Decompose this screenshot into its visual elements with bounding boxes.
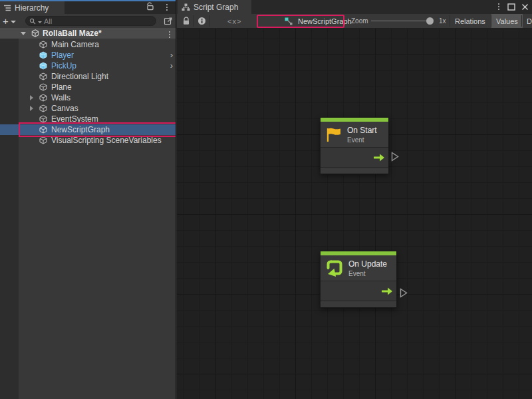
- script-graph-toolbar: <x> NewScriptGraph Zoom 1x Relations Val…: [177, 14, 532, 29]
- lock-icon[interactable]: [182, 14, 190, 28]
- gameobject-cube-icon: [39, 83, 47, 91]
- search-filter-caret-icon: [38, 21, 42, 23]
- hierarchy-item-eventsystem[interactable]: EventSystem: [0, 114, 176, 124]
- search-placeholder: All: [44, 17, 52, 25]
- gameobject-cube-icon: [39, 41, 47, 49]
- scene-name: RollaBall Maze*: [43, 29, 102, 38]
- prefab-cube-icon: [39, 51, 47, 59]
- open-search-window-icon[interactable]: [164, 16, 173, 25]
- gameobject-cube-icon: [39, 72, 47, 80]
- node-header: On Start Event: [321, 122, 388, 148]
- search-icon: [29, 18, 36, 25]
- tab-script-graph-label: Script Graph: [194, 3, 238, 12]
- scene-header[interactable]: RollaBall Maze*: [0, 28, 176, 39]
- node-footer: [321, 168, 388, 174]
- expand-arrow-icon[interactable]: [30, 106, 33, 111]
- gameobject-cube-icon: [39, 115, 47, 123]
- graph-asset-name[interactable]: NewScriptGraph: [298, 14, 352, 28]
- loop-icon: [326, 259, 343, 277]
- chevron-down-icon: [11, 21, 16, 23]
- zoom-slider-track[interactable]: [371, 21, 434, 21]
- hierarchy-item-pickup[interactable]: PickUp ›: [0, 61, 176, 71]
- node-title: On Start: [347, 126, 377, 135]
- flow-arrow-icon: [373, 154, 385, 162]
- dim-button[interactable]: Dim: [522, 14, 532, 28]
- prefab-open-chevron-icon[interactable]: ›: [170, 63, 173, 69]
- script-graph-tabstrip: Script Graph: [177, 0, 532, 14]
- node-on-update[interactable]: On Update Event: [320, 251, 397, 308]
- node-title: On Update: [348, 259, 387, 269]
- hierarchy-icon: [3, 4, 11, 12]
- hierarchy-menu-icon[interactable]: [164, 3, 170, 12]
- zoom-value: 1x: [439, 14, 446, 28]
- info-icon[interactable]: [198, 14, 206, 28]
- scene-menu-icon[interactable]: [167, 30, 172, 39]
- variables-toggle[interactable]: <x>: [227, 14, 241, 28]
- node-on-start[interactable]: On Start Event: [320, 117, 389, 174]
- tab-hierarchy-label: Hierarchy: [15, 3, 49, 13]
- node-output-row: [321, 148, 388, 168]
- hierarchy-item-player[interactable]: Player ›: [0, 50, 176, 61]
- hierarchy-item-scenevariables[interactable]: VisualScripting SceneVariables: [0, 135, 176, 146]
- unity-editor-window: Hierarchy + All: [0, 0, 532, 399]
- values-button[interactable]: Values: [491, 14, 523, 28]
- prefab-cube-icon: [39, 62, 47, 70]
- hierarchy-item-newscriptgraph[interactable]: NewScriptGraph: [0, 124, 176, 135]
- hierarchy-panel: Hierarchy + All: [0, 0, 176, 399]
- tab-script-graph[interactable]: Script Graph: [178, 0, 251, 14]
- gameobject-cube-icon: [39, 94, 47, 102]
- relations-button[interactable]: Relations: [450, 14, 490, 28]
- node-subtitle: Event: [347, 136, 377, 144]
- hierarchy-rows: Main Camera Player › PickUp › Direct: [0, 39, 176, 146]
- zoom-slider-handle[interactable]: [426, 17, 434, 25]
- flag-icon: [326, 127, 342, 142]
- output-port-icon[interactable]: [400, 288, 408, 298]
- create-object-button[interactable]: +: [3, 15, 20, 27]
- graph-asset-icon: [285, 14, 293, 28]
- graph-canvas[interactable]: On Start Event: [177, 29, 532, 399]
- node-subtitle: Event: [348, 270, 387, 277]
- output-port-icon[interactable]: [391, 152, 399, 162]
- flow-arrow-icon: [381, 287, 393, 295]
- gameobject-cube-icon: [39, 126, 47, 134]
- hierarchy-item-canvas[interactable]: Canvas: [0, 103, 176, 114]
- node-footer: [321, 301, 396, 307]
- gameobject-cube-icon: [39, 136, 47, 144]
- hierarchy-item-walls[interactable]: Walls: [0, 92, 176, 103]
- close-icon[interactable]: [521, 3, 529, 11]
- prefab-open-chevron-icon[interactable]: ›: [170, 52, 173, 59]
- script-graph-panel: Script Graph <x>: [177, 0, 532, 399]
- hierarchy-item-directional-light[interactable]: Directional Light: [0, 71, 176, 82]
- unity-scene-icon: [31, 29, 39, 37]
- window-menu-icon[interactable]: [496, 2, 501, 11]
- hierarchy-tree: RollaBall Maze* Main Camera Player ›: [0, 28, 176, 399]
- hierarchy-toolbar: + All: [0, 14, 176, 28]
- maximize-icon[interactable]: [507, 3, 515, 11]
- hierarchy-tabstrip: Hierarchy: [0, 0, 176, 14]
- scene-foldout-icon[interactable]: [21, 32, 26, 35]
- focused-panel-indicator: [0, 0, 176, 1]
- node-header: On Update Event: [321, 255, 396, 281]
- zoom-label: Zoom: [351, 14, 368, 28]
- hierarchy-item-main-camera[interactable]: Main Camera: [0, 39, 176, 50]
- graph-tab-icon: [182, 3, 190, 11]
- hierarchy-item-plane[interactable]: Plane: [0, 82, 176, 92]
- unlock-icon[interactable]: [146, 2, 154, 11]
- gameobject-cube-icon: [39, 104, 47, 112]
- plus-icon: +: [3, 15, 9, 27]
- search-input[interactable]: All: [25, 16, 156, 26]
- node-output-row: [321, 281, 396, 301]
- expand-arrow-icon[interactable]: [30, 95, 33, 100]
- tab-hierarchy[interactable]: Hierarchy: [0, 1, 65, 14]
